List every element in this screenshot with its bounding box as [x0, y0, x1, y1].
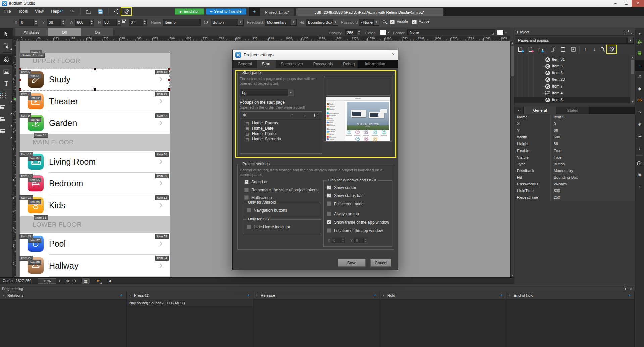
programming-column-body[interactable]	[0, 299, 127, 347]
angle-input[interactable]: 0 °	[129, 19, 142, 26]
chevron-icon[interactable]: ›	[129, 291, 131, 299]
tree-item-item-5[interactable]: Item 5	[514, 97, 630, 103]
music-icon[interactable]: ♪	[635, 183, 644, 191]
property-value[interactable]: 88	[551, 141, 635, 148]
checkbox-sound-on[interactable]: ✓	[244, 180, 249, 184]
move-up-icon[interactable]: ↑	[291, 112, 293, 117]
panel-chevron-icon[interactable]: ▾	[635, 30, 644, 38]
window-y-spinner[interactable]	[364, 238, 367, 243]
cancel-button[interactable]: Cancel	[370, 259, 391, 267]
tree-item-item-6[interactable]: Item 6	[514, 70, 630, 76]
new-folder-icon[interactable]	[536, 45, 545, 53]
property-value[interactable]: Momentary	[551, 168, 635, 174]
checkbox-multiscreen[interactable]	[244, 195, 249, 200]
property-row[interactable]: HitBounding Box	[514, 174, 635, 181]
width-input[interactable]: 600	[75, 19, 89, 26]
tree-item-item-7[interactable]: Item 7	[514, 83, 630, 90]
property-row[interactable]: X0	[514, 121, 635, 127]
dialog-tab-information[interactable]: Information	[360, 60, 390, 68]
send-to-transfer-button[interactable]: ➔Send to Transfer	[206, 8, 246, 15]
selection-handle[interactable]	[19, 88, 21, 91]
gallery-icon[interactable]: ▣	[635, 171, 644, 179]
room-row-living-room[interactable]: Living Room›Item 13Item 64Item 50	[20, 151, 170, 173]
y-input[interactable]: 66	[47, 19, 61, 26]
chevron-icon[interactable]: ›	[509, 291, 510, 299]
gem-icon[interactable]: ◆	[635, 84, 644, 93]
state-tab-all-states[interactable]: All states	[15, 28, 48, 36]
chevron-icon[interactable]: ›	[383, 291, 384, 299]
property-row[interactable]: RepeatTime250	[514, 194, 635, 201]
x-spinner[interactable]	[34, 19, 38, 26]
move-down-icon[interactable]: ↓	[303, 112, 305, 117]
property-value[interactable]: True	[551, 154, 635, 161]
tree-item-item-23[interactable]: Item 23	[514, 76, 630, 83]
move-down-icon[interactable]: ↓	[590, 45, 599, 53]
duplicate-icon[interactable]	[569, 45, 578, 53]
type-select[interactable]: Button▾	[211, 19, 244, 26]
property-row[interactable]: NameItem 5	[514, 114, 635, 121]
property-value[interactable]: 0	[551, 121, 635, 127]
emulator-button[interactable]: ▶Emulator	[175, 8, 204, 15]
scroll-down-icon[interactable]: ▼	[630, 100, 635, 104]
properties-tab-states[interactable]: States	[556, 107, 589, 114]
paste-icon[interactable]	[559, 45, 567, 53]
maximize-button[interactable]	[621, 0, 632, 7]
float-panel-icon[interactable]	[623, 288, 626, 290]
dialog-tab-debug[interactable]: Debug	[338, 60, 360, 68]
feedback-select[interactable]: Momentary▾	[265, 19, 297, 26]
dialog-tab-screensaver[interactable]: Screensaver	[276, 60, 308, 68]
chevron-icon[interactable]: ›	[3, 291, 4, 299]
visible-checkbox[interactable]: ✓	[390, 20, 395, 24]
height-spinner[interactable]	[117, 19, 121, 26]
checkbox-location-of-the-app-window[interactable]	[327, 228, 331, 233]
programming-column-body[interactable]: Play sound( Sounds2_0006.MP3 )	[127, 299, 253, 347]
checkbox-remember-the-state-of-project-tokens[interactable]	[244, 188, 249, 192]
key-icon[interactable]	[383, 20, 385, 23]
popup-list-item[interactable]: ▤Home_Rooms	[240, 120, 322, 126]
room-row-kids[interactable]: Kids›Item 17Item 66Item 52	[20, 194, 170, 216]
image-tool[interactable]	[0, 66, 13, 77]
property-value[interactable]: <None>	[551, 181, 635, 188]
scroll-up-icon[interactable]: ▲	[630, 55, 635, 59]
close-button[interactable]: ×	[632, 0, 644, 7]
collapse-properties-icon[interactable]: ▾	[514, 107, 523, 114]
state-tab-on[interactable]: On	[81, 28, 114, 36]
angle-spinner[interactable]	[142, 19, 147, 26]
room-row-bedroom[interactable]: Bedroom›Item 15Item 65Item 51	[20, 173, 170, 194]
lock-icon[interactable]	[122, 21, 125, 23]
border-dropdown-icon[interactable]	[505, 32, 507, 33]
float-panel-icon[interactable]	[625, 31, 627, 33]
selection-handle[interactable]	[168, 79, 170, 81]
property-value[interactable]: 600	[551, 134, 635, 141]
checkbox-always-on-top[interactable]	[327, 212, 331, 216]
popup-list-item[interactable]: ▤Home_Date	[240, 126, 322, 131]
property-value[interactable]: 500	[551, 188, 635, 194]
camera-icon[interactable]	[635, 160, 644, 168]
move-up-icon[interactable]: ↑	[581, 45, 590, 53]
add-action-icon[interactable]: +	[500, 291, 503, 299]
project-tab[interactable]: Project 1.irpz*	[260, 8, 295, 16]
floor-header[interactable]: MAIN FLOORItem 34	[20, 134, 170, 151]
js-editor-icon[interactable]: JS	[635, 96, 644, 104]
pages-popups-select[interactable]: Pages and popups ▾	[516, 37, 634, 44]
property-value[interactable]: True	[551, 148, 635, 154]
marquee-select-tool[interactable]	[0, 40, 13, 51]
menu-tools[interactable]: Tools	[14, 7, 31, 16]
modules-icon[interactable]: ▦	[635, 49, 644, 57]
opacity-input[interactable]: 255	[345, 29, 357, 35]
cloud-icon[interactable]: ☁	[635, 132, 644, 140]
open-project-icon[interactable]	[83, 7, 93, 16]
scrollbar-thumb[interactable]	[511, 46, 514, 76]
property-row[interactable]: HoldTime500	[514, 188, 635, 194]
add-tab-button[interactable]: +	[253, 7, 256, 16]
search-icon[interactable]	[598, 45, 607, 53]
add-action-icon[interactable]: +	[247, 291, 250, 299]
floor-header[interactable]: LOWER FLOORItem 35	[20, 216, 170, 233]
selection-handle[interactable]	[19, 79, 21, 81]
selection-handle[interactable]	[94, 68, 96, 70]
y-spinner[interactable]	[61, 19, 65, 26]
programming-column-body[interactable]	[506, 299, 635, 347]
room-row-garden[interactable]: Garden›Item 9Item 63Item 47	[20, 112, 170, 134]
close-panel-icon[interactable]: ×	[630, 286, 632, 292]
expand-icon[interactable]: ↘	[635, 108, 644, 116]
